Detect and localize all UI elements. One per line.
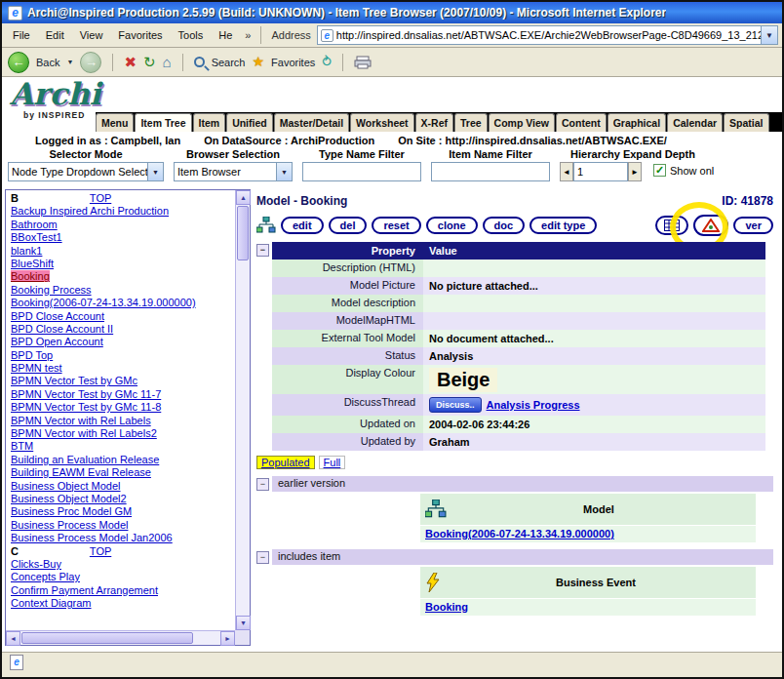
browser-selection-dropdown[interactable]: Item Browser ▼ bbox=[174, 162, 293, 181]
tree-item[interactable]: BPMN Vector with Rel Labels2 bbox=[11, 427, 157, 439]
tree-item[interactable]: Backup Inspired Archi Production bbox=[11, 205, 169, 217]
tree-item[interactable]: Building EAWM Eval Release bbox=[11, 466, 151, 478]
scroll-left-icon[interactable]: ◄ bbox=[6, 631, 20, 646]
tree-item[interactable]: Building an Evaluation Release bbox=[11, 454, 159, 465]
address-url[interactable]: http://inspired.dnsalias.net/ABTWSAC.EXE… bbox=[336, 29, 761, 41]
tree-item[interactable]: BPD Top bbox=[11, 349, 53, 361]
menu-overflow-icon[interactable]: » bbox=[241, 29, 255, 41]
scroll-right-icon[interactable]: ► bbox=[220, 631, 235, 646]
edit-button[interactable]: edit bbox=[281, 217, 324, 234]
edit-type-button[interactable]: edit type bbox=[529, 217, 597, 234]
tree-item[interactable]: Booking(2006-07-24-13.34.19.000000) bbox=[11, 297, 196, 308]
tree-item[interactable]: BPD Open Account bbox=[11, 336, 103, 347]
scrollbar-thumb[interactable] bbox=[21, 632, 193, 644]
tab-comp-view[interactable]: Comp View bbox=[489, 113, 555, 132]
menu-file[interactable]: File bbox=[6, 27, 37, 43]
tab-master-detail[interactable]: Master/Detail bbox=[274, 113, 349, 132]
back-icon[interactable]: ← bbox=[8, 52, 29, 73]
tree-item[interactable]: Confirm Payment Arrangement bbox=[11, 584, 158, 596]
depth-decrease-icon[interactable]: ◄ bbox=[560, 162, 573, 181]
earlier-version-link[interactable]: Booking(2006-07-24-13.34.19.000000) bbox=[425, 528, 614, 539]
tree-item[interactable]: BPD Close Account bbox=[11, 310, 104, 322]
collapse-icon[interactable]: − bbox=[256, 478, 269, 491]
scrollbar-thumb[interactable] bbox=[237, 206, 249, 260]
hierarchy-depth-input[interactable] bbox=[573, 162, 628, 181]
search-icon[interactable] bbox=[194, 57, 205, 67]
tree-item[interactable]: blank1 bbox=[11, 245, 42, 257]
tree-vertical-scrollbar[interactable]: ▲ ▼ bbox=[235, 190, 250, 630]
forward-icon[interactable]: → bbox=[80, 52, 101, 73]
tree-item[interactable]: BPMN Vector Test by GMc bbox=[11, 375, 137, 386]
scroll-up-icon[interactable]: ▲ bbox=[236, 190, 251, 205]
populated-link[interactable]: Populated bbox=[256, 456, 315, 469]
tree-item[interactable]: Context Diagram bbox=[11, 597, 92, 609]
tree-item[interactable]: BPMN test bbox=[11, 362, 62, 374]
tab-item[interactable]: Item bbox=[193, 113, 226, 132]
tab-xref[interactable]: X-Ref bbox=[415, 113, 453, 132]
item-name-filter-input[interactable] bbox=[431, 162, 550, 181]
tree-item[interactable]: Business Process Model Jan2006 bbox=[11, 532, 173, 543]
history-icon[interactable]: ⥁ bbox=[322, 55, 332, 69]
model-graph-button[interactable] bbox=[693, 215, 728, 236]
top-link[interactable]: TOP bbox=[90, 192, 111, 204]
menu-help[interactable]: He bbox=[212, 27, 239, 43]
tab-menu[interactable]: Menu bbox=[96, 113, 134, 132]
tree-item[interactable]: Booking Process bbox=[11, 284, 92, 296]
tab-spatial[interactable]: Spatial bbox=[724, 113, 768, 132]
tab-item-tree[interactable]: Item Tree bbox=[135, 113, 191, 132]
reset-button[interactable]: reset bbox=[372, 217, 420, 234]
tab-unified[interactable]: Unified bbox=[226, 113, 273, 132]
doc-button[interactable]: doc bbox=[483, 217, 526, 234]
scroll-down-icon[interactable]: ▼ bbox=[236, 616, 251, 630]
clone-button[interactable]: clone bbox=[426, 217, 478, 234]
tree-item-selected[interactable]: Booking bbox=[11, 270, 50, 282]
delete-button[interactable]: del bbox=[329, 217, 368, 234]
version-button[interactable]: ver bbox=[733, 217, 773, 234]
show-only-checkbox[interactable]: ✓ bbox=[653, 164, 666, 177]
tab-tree[interactable]: Tree bbox=[454, 113, 488, 132]
tree-item[interactable]: Business Proc Model GM bbox=[11, 505, 132, 517]
chevron-down-icon[interactable]: ▼ bbox=[147, 163, 163, 180]
tree-item[interactable]: BlueShift bbox=[11, 258, 54, 269]
favorites-icon[interactable]: ★ bbox=[252, 55, 264, 69]
tree-item[interactable]: BPD Close Account II bbox=[11, 323, 113, 335]
tree-item[interactable]: Bathroom bbox=[11, 219, 58, 230]
back-dropdown-icon[interactable]: ▼ bbox=[66, 59, 73, 65]
full-link[interactable]: Full bbox=[319, 456, 346, 469]
menu-tools[interactable]: Tools bbox=[172, 27, 211, 43]
favorites-button[interactable]: Favorites bbox=[271, 57, 315, 68]
tree-item[interactable]: BPMN Vector Test by GMc 11-7 bbox=[11, 388, 161, 400]
home-icon[interactable]: ⌂ bbox=[163, 55, 172, 69]
selector-mode-dropdown[interactable]: Node Type Dropdown Selector ▼ bbox=[8, 162, 164, 181]
tree-item[interactable]: BPMN Vector with Rel Labels bbox=[11, 415, 151, 426]
menu-favorites[interactable]: Favorites bbox=[111, 27, 169, 43]
discuss-button[interactable]: Discuss.. bbox=[429, 397, 482, 413]
includes-item-link[interactable]: Booking bbox=[425, 601, 468, 613]
tab-graphical[interactable]: Graphical bbox=[608, 113, 666, 132]
print-icon[interactable] bbox=[354, 56, 372, 69]
grid-view-button[interactable] bbox=[655, 216, 688, 235]
back-button[interactable]: Back bbox=[36, 57, 59, 68]
search-button[interactable]: Search bbox=[212, 57, 246, 68]
type-name-filter-input[interactable] bbox=[302, 162, 421, 181]
tree-item[interactable]: Clicks-Buy bbox=[11, 558, 61, 570]
tab-content[interactable]: Content bbox=[556, 113, 607, 132]
refresh-icon[interactable]: ↻ bbox=[143, 55, 156, 69]
tree-item[interactable]: Business Object Model bbox=[11, 480, 121, 492]
top-link[interactable]: TOP bbox=[90, 545, 111, 557]
menu-edit[interactable]: Edit bbox=[39, 27, 71, 43]
tree-item[interactable]: BTM bbox=[11, 440, 33, 452]
tree-item[interactable]: BPMN Vector Test by GMc 11-8 bbox=[11, 401, 161, 413]
tree-horizontal-scrollbar[interactable]: ◄ ► bbox=[6, 630, 235, 645]
address-bar[interactable]: e http://inspired.dnsalias.net/ABTWSAC.E… bbox=[317, 25, 778, 45]
tree-item[interactable]: Concepts Play bbox=[11, 571, 80, 582]
collapse-icon[interactable]: − bbox=[256, 551, 269, 564]
menu-view[interactable]: View bbox=[73, 27, 110, 43]
discuss-thread-link[interactable]: Analysis Progress bbox=[487, 399, 580, 411]
stop-icon[interactable]: ✖ bbox=[124, 55, 137, 69]
depth-increase-icon[interactable]: ► bbox=[628, 162, 642, 181]
tree-item[interactable]: Business Process Model bbox=[11, 519, 128, 531]
collapse-icon[interactable]: − bbox=[256, 244, 269, 257]
chevron-down-icon[interactable]: ▼ bbox=[276, 163, 292, 180]
tree-item[interactable]: Business Object Model2 bbox=[11, 493, 127, 504]
